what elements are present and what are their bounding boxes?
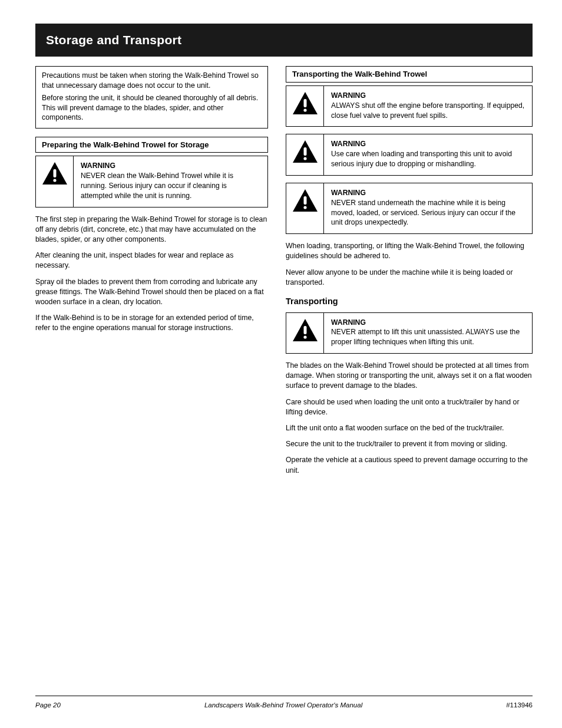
warning-triangle-icon	[41, 161, 68, 186]
intro-paragraph-2: Before storing the unit, it should be cl…	[42, 93, 262, 122]
warning-box-transport-4: WARNING NEVER attempt to lift this unit …	[286, 312, 533, 354]
storage-body-text: The first step in preparing the Walk-Beh…	[35, 215, 268, 334]
footer-doc-title: Landscapers Walk-Behind Trowel Operator'…	[204, 701, 362, 710]
transport-section-header: Transporting the Walk-Behind Trowel	[286, 66, 533, 83]
intro-box: Precautions must be taken when storing t…	[35, 66, 268, 128]
transporting-p4: Secure the unit to the truck/trailer to …	[286, 439, 533, 449]
warning-text: Use care when loading and transporting t…	[331, 149, 525, 169]
page-footer: Page 20 Landscapers Walk-Behind Trowel O…	[35, 696, 533, 710]
warning-icon-cell	[286, 313, 324, 353]
storage-section-header: Preparing the Walk-Behind Trowel for Sto…	[35, 137, 268, 153]
svg-point-5	[303, 157, 306, 160]
warning-triangle-icon	[292, 139, 319, 164]
transporting-body-text: The blades on the Walk-Behind Trowel sho…	[286, 361, 533, 476]
storage-p3: Spray oil the blades to prevent them fro…	[35, 277, 268, 308]
intro-paragraph-1: Precautions must be taken when storing t…	[42, 71, 262, 90]
svg-rect-0	[53, 169, 56, 177]
section-title-bar: Storage and Transport	[35, 24, 533, 57]
footer-ref-number: #113946	[506, 701, 533, 710]
warning-text-cell: WARNING Use care when loading and transp…	[324, 134, 532, 174]
warning-text-cell: WARNING ALWAYS shut off the engine befor…	[324, 86, 532, 126]
transporting-p1: The blades on the Walk-Behind Trowel sho…	[286, 361, 533, 391]
transporting-p2: Care should be used when loading the uni…	[286, 397, 533, 417]
warning-label: WARNING	[81, 162, 115, 170]
svg-rect-8	[303, 326, 306, 334]
warning-label: WARNING	[331, 189, 366, 197]
svg-point-9	[303, 335, 306, 338]
warning-icon-cell	[286, 86, 324, 126]
transporting-subhead: Transporting	[286, 296, 533, 308]
warning-triangle-icon	[292, 188, 319, 213]
warning-label: WARNING	[331, 318, 366, 327]
section-title: Storage and Transport	[46, 32, 522, 48]
left-column: Precautions must be taken when storing t…	[35, 66, 268, 482]
warning-label: WARNING	[331, 140, 366, 148]
svg-point-1	[53, 179, 56, 182]
svg-point-7	[303, 206, 306, 209]
transporting-p5: Operate the vehicle at a cautious speed …	[286, 455, 533, 475]
warning-icon-cell	[36, 156, 74, 206]
transporting-p3: Lift the unit onto a flat wooden surface…	[286, 423, 533, 433]
warning-text: ALWAYS shut off the engine before transp…	[331, 101, 525, 121]
transport-p1: When loading, transporting, or lifting t…	[286, 241, 533, 261]
warning-text: NEVER attempt to lift this unit unassist…	[331, 327, 525, 347]
footer-page-number: Page 20	[35, 701, 61, 710]
warning-text-cell: WARNING NEVER clean the Walk-Behind Trow…	[74, 156, 267, 206]
two-column-layout: Precautions must be taken when storing t…	[35, 66, 533, 482]
warning-label: WARNING	[331, 91, 366, 100]
svg-point-3	[303, 108, 306, 111]
warning-box-transport-2: WARNING Use care when loading and transp…	[286, 134, 533, 175]
right-column: Transporting the Walk-Behind Trowel WARN…	[286, 66, 533, 482]
storage-p4: If the Walk-Behind is to be in storage f…	[35, 313, 268, 333]
storage-p1: The first step in preparing the Walk-Beh…	[35, 215, 268, 245]
svg-rect-4	[303, 147, 306, 156]
warning-box-transport-1: WARNING ALWAYS shut off the engine befor…	[286, 85, 533, 127]
warning-box-storage: WARNING NEVER clean the Walk-Behind Trow…	[35, 156, 268, 207]
warning-text-cell: WARNING NEVER attempt to lift this unit …	[324, 313, 532, 353]
storage-p2: After cleaning the unit, inspect blades …	[35, 251, 268, 271]
warning-triangle-icon	[292, 91, 319, 116]
warning-icon-cell	[286, 183, 324, 233]
warning-triangle-icon	[292, 318, 319, 342]
svg-rect-2	[303, 99, 306, 107]
warning-box-transport-3: WARNING NEVER stand underneath the machi…	[286, 183, 533, 234]
transport-intro-text: When loading, transporting, or lifting t…	[286, 241, 533, 288]
warning-text: NEVER clean the Walk-Behind Trowel while…	[81, 171, 260, 200]
warning-text: NEVER stand underneath the machine while…	[331, 198, 525, 228]
warning-text-cell: WARNING NEVER stand underneath the machi…	[324, 183, 532, 233]
warning-icon-cell	[286, 134, 324, 174]
svg-rect-6	[303, 196, 306, 205]
transport-p2: Never allow anyone to be under the machi…	[286, 268, 533, 288]
